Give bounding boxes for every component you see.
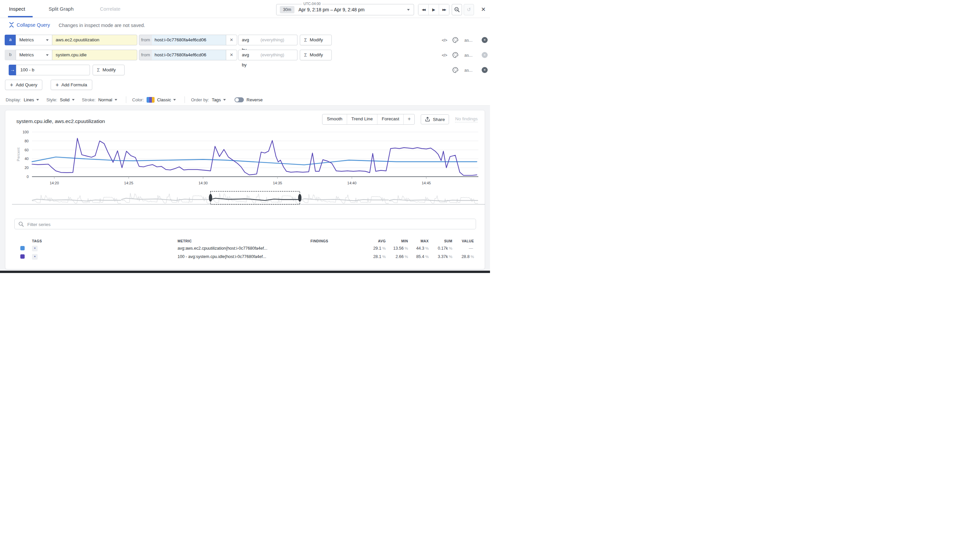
table-row: * 100 - avg:system.cpu.idle{host:i-0c776… bbox=[5, 253, 485, 261]
svg-text:40: 40 bbox=[25, 156, 29, 161]
smooth-button[interactable]: Smooth bbox=[323, 114, 347, 125]
code-view-icon[interactable]: </> bbox=[442, 53, 447, 57]
reverse-toggle[interactable] bbox=[234, 97, 244, 102]
zoom-out-button[interactable] bbox=[452, 4, 462, 15]
time-forward-button[interactable]: ▶▶ bbox=[439, 4, 449, 15]
add-formula-label: Add Formula bbox=[61, 82, 87, 87]
col-max: MAX bbox=[420, 238, 429, 244]
chevron-down-icon bbox=[115, 99, 117, 101]
plus-icon: + bbox=[10, 82, 13, 88]
inspect-panel: Inspect Split Graph Correlate UTC-04:00 … bbox=[0, 0, 490, 273]
stat-sum: 3.37k% bbox=[438, 253, 452, 261]
display-label: Display: bbox=[6, 97, 21, 102]
time-range-text: Apr 9, 2:18 pm – Apr 9, 2:48 pm bbox=[299, 4, 364, 15]
color-palette-select[interactable]: Classic bbox=[157, 97, 176, 102]
alias-as-button[interactable]: as... bbox=[465, 53, 473, 57]
chevron-down-icon bbox=[36, 99, 39, 101]
delete-query-button[interactable]: ✕ bbox=[482, 37, 488, 43]
graph-card: system.cpu.idle, aws.ec2.cpuutilization … bbox=[5, 110, 485, 269]
svg-text:20: 20 bbox=[25, 166, 29, 170]
collapse-query-link[interactable]: Collapse Query bbox=[9, 22, 50, 28]
stat-min: 13.56% bbox=[393, 244, 408, 252]
collapse-icon bbox=[9, 22, 14, 28]
reset-zoom-button[interactable]: ↺ bbox=[464, 4, 474, 15]
tab-split-graph[interactable]: Split Graph bbox=[49, 0, 74, 18]
reverse-label: Reverse bbox=[247, 97, 262, 102]
add-formula-button[interactable]: + Add Formula bbox=[51, 80, 92, 90]
col-tags: TAGS bbox=[32, 238, 42, 244]
query-row-actions: </> as... ✕ bbox=[0, 49, 490, 60]
stat-value: 28.8% bbox=[461, 253, 474, 261]
graph-tools: Smooth Trend Line Forecast + Share No fi… bbox=[322, 114, 478, 125]
col-metric: METRIC bbox=[178, 238, 192, 244]
svg-text:100: 100 bbox=[23, 130, 29, 134]
stroke-select[interactable]: Normal bbox=[98, 97, 117, 102]
share-icon bbox=[425, 117, 430, 122]
palette-icon[interactable] bbox=[452, 37, 459, 43]
time-preset-badge: 30m bbox=[280, 6, 294, 13]
series-color-swatch[interactable] bbox=[20, 254, 25, 259]
svg-text:14:30: 14:30 bbox=[199, 181, 208, 185]
zoom-out-icon bbox=[454, 7, 460, 13]
series-color-swatch[interactable] bbox=[20, 246, 25, 250]
svg-text:14:45: 14:45 bbox=[422, 181, 431, 185]
tag-chip[interactable]: * bbox=[32, 246, 38, 251]
timeseries-chart[interactable]: 02040608010014:2014:2514:3014:3514:4014:… bbox=[7, 129, 485, 189]
plus-icon: + bbox=[408, 116, 411, 122]
close-icon: ✕ bbox=[483, 53, 486, 57]
undo-icon: ↺ bbox=[467, 7, 471, 13]
collapse-query-label: Collapse Query bbox=[17, 22, 50, 28]
code-view-icon[interactable]: </> bbox=[442, 38, 447, 43]
play-icon: ▶ bbox=[432, 7, 435, 12]
share-button[interactable]: Share bbox=[421, 114, 449, 125]
chevron-down-icon bbox=[72, 99, 75, 101]
stat-min: 2.66% bbox=[395, 253, 408, 261]
share-label: Share bbox=[433, 117, 445, 122]
alias-as-button[interactable]: as... bbox=[465, 68, 473, 73]
palette-icon-svg bbox=[452, 52, 459, 58]
minimap-brush[interactable] bbox=[7, 189, 485, 208]
time-back-button[interactable]: ◀◀ bbox=[418, 4, 429, 15]
col-min: MIN bbox=[401, 238, 408, 244]
col-findings: FINDINGS bbox=[310, 238, 328, 244]
stroke-value: Normal bbox=[98, 97, 112, 102]
series-table-header: TAGS METRIC FINDINGS AVG MIN MAX SUM VAL… bbox=[5, 238, 485, 244]
time-play-button[interactable]: ▶ bbox=[429, 4, 439, 15]
time-range-picker[interactable]: UTC-04:00 30m Apr 9, 2:18 pm – Apr 9, 2:… bbox=[276, 4, 414, 15]
display-type-select[interactable]: Lines bbox=[24, 97, 39, 102]
tag-chip[interactable]: * bbox=[32, 254, 38, 260]
palette-icon[interactable] bbox=[452, 52, 459, 58]
add-analysis-button[interactable]: + bbox=[404, 114, 414, 125]
graph-title: system.cpu.idle, aws.ec2.cpuutilization bbox=[16, 118, 105, 125]
no-findings-link[interactable]: No findings bbox=[455, 117, 478, 122]
delete-query-button[interactable]: ✕ bbox=[482, 52, 488, 58]
divider bbox=[185, 96, 185, 103]
formula-row: → 100 - b Σ Modify as... ✕ bbox=[0, 65, 490, 75]
filter-series-input[interactable] bbox=[27, 219, 471, 230]
order-by-select[interactable]: Tags bbox=[212, 97, 226, 102]
style-select[interactable]: Solid bbox=[60, 97, 75, 102]
search-icon bbox=[18, 221, 24, 227]
close-panel-button[interactable]: ✕ bbox=[481, 6, 486, 13]
add-query-button[interactable]: + Add Query bbox=[5, 80, 42, 90]
tab-correlate[interactable]: Correlate bbox=[100, 0, 121, 18]
svg-text:14:20: 14:20 bbox=[49, 181, 59, 185]
forecast-button[interactable]: Forecast bbox=[377, 114, 404, 125]
palette-icon-svg bbox=[452, 67, 459, 73]
tab-inspect[interactable]: Inspect bbox=[9, 0, 25, 18]
order-by-value: Tags bbox=[212, 97, 221, 102]
col-avg: AVG bbox=[378, 238, 386, 244]
display-options-bar: Display: Lines Style: Solid Stroke: Norm… bbox=[6, 95, 263, 105]
style-value: Solid bbox=[60, 97, 70, 102]
active-tab-indicator bbox=[8, 16, 33, 18]
style-label: Style: bbox=[46, 97, 57, 102]
alias-as-button[interactable]: as... bbox=[465, 38, 473, 43]
stat-max: 85.4% bbox=[416, 253, 429, 261]
svg-text:14:25: 14:25 bbox=[124, 181, 134, 185]
formula-row-actions: as... ✕ bbox=[0, 65, 490, 75]
palette-icon[interactable] bbox=[452, 67, 459, 73]
col-value: VALUE bbox=[462, 238, 474, 244]
delete-formula-button[interactable]: ✕ bbox=[482, 67, 488, 73]
close-icon: ✕ bbox=[481, 6, 486, 13]
trend-line-button[interactable]: Trend Line bbox=[347, 114, 377, 125]
